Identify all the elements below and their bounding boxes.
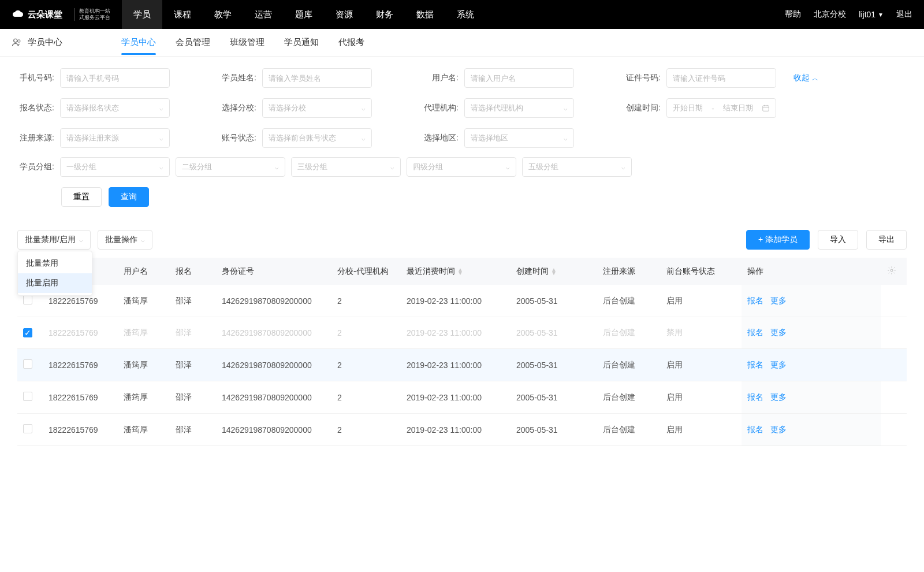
col-header: 分校-代理机构 bbox=[331, 258, 401, 285]
action-signup[interactable]: 报名 bbox=[747, 392, 763, 402]
table-row: 18222615769潘筠厚邵泽142629198708092000002201… bbox=[17, 414, 907, 446]
subtab-1[interactable]: 会员管理 bbox=[176, 30, 210, 55]
nav-item-0[interactable]: 学员 bbox=[122, 0, 162, 29]
cell-last: 2019-02-23 11:00:00 bbox=[401, 349, 511, 381]
nav-item-5[interactable]: 资源 bbox=[324, 0, 364, 29]
menu-batch-disable[interactable]: 批量禁用 bbox=[18, 254, 92, 273]
action-signup[interactable]: 报名 bbox=[747, 425, 763, 434]
phone-label: 手机号码: bbox=[17, 73, 54, 83]
group-select-4[interactable]: 四级分组⌵ bbox=[407, 157, 516, 177]
agent-select[interactable]: 请选择代理机构⌵ bbox=[464, 98, 574, 118]
sort-icon[interactable]: ▲▼ bbox=[457, 268, 463, 275]
agent-label: 代理机构: bbox=[422, 103, 459, 113]
username-label: 用户名: bbox=[422, 73, 459, 83]
branch-selector[interactable]: 北京分校 bbox=[814, 9, 846, 20]
logout-link[interactable]: 退出 bbox=[896, 9, 912, 20]
subtab-3[interactable]: 学员通知 bbox=[284, 30, 319, 55]
import-button[interactable]: 导入 bbox=[818, 230, 858, 250]
content: 手机号码: 学员姓名: 用户名: 证件号码: 收起︿ 报名状态: 请选择报名状态… bbox=[0, 57, 924, 458]
cell-created: 2005-05-31 bbox=[511, 285, 597, 317]
subtab-0[interactable]: 学员中心 bbox=[121, 30, 156, 55]
batch-ops-dropdown[interactable]: 批量操作⌵ bbox=[98, 230, 152, 250]
reg-source-select[interactable]: 请选择注册来源⌵ bbox=[60, 128, 170, 148]
name-input[interactable] bbox=[262, 68, 372, 88]
collapse-toggle[interactable]: 收起︿ bbox=[793, 73, 818, 83]
action-signup[interactable]: 报名 bbox=[747, 296, 763, 305]
nav-item-2[interactable]: 教学 bbox=[203, 0, 243, 29]
action-more[interactable]: 更多 bbox=[770, 425, 787, 434]
subtab-2[interactable]: 班级管理 bbox=[230, 30, 264, 55]
cell-status: 启用 bbox=[661, 349, 742, 381]
nav-item-4[interactable]: 题库 bbox=[284, 0, 324, 29]
row-checkbox[interactable] bbox=[23, 359, 32, 369]
add-student-button[interactable]: + 添加学员 bbox=[746, 230, 810, 250]
cell-branch: 2 bbox=[331, 381, 401, 414]
cell-src: 后台创建 bbox=[597, 381, 661, 414]
top-nav: 学员课程教学运营题库资源财务数据系统 bbox=[122, 0, 486, 29]
action-more[interactable]: 更多 bbox=[770, 328, 787, 337]
cell-src: 后台创建 bbox=[597, 317, 661, 349]
enroll-status-select[interactable]: 请选择报名状态⌵ bbox=[60, 98, 170, 118]
batch-toggle-dropdown[interactable]: 批量禁用/启用⌵ bbox=[17, 230, 91, 250]
help-link[interactable]: 帮助 bbox=[785, 9, 801, 20]
group-select-1[interactable]: 一级分组⌵ bbox=[60, 157, 170, 177]
cell-status: 启用 bbox=[661, 381, 742, 414]
search-button[interactable]: 查询 bbox=[109, 187, 149, 207]
action-more[interactable]: 更多 bbox=[770, 392, 787, 402]
top-right: 帮助 北京分校 lijt01▼ 退出 bbox=[785, 9, 912, 20]
col-header: 注册来源 bbox=[597, 258, 661, 285]
cell-user: 潘筠厚 bbox=[118, 414, 170, 446]
reset-button[interactable]: 重置 bbox=[61, 187, 102, 207]
cell-status: 启用 bbox=[661, 414, 742, 446]
region-select[interactable]: 请选择地区⌵ bbox=[464, 128, 574, 148]
group-select-2[interactable]: 二级分组⌵ bbox=[176, 157, 285, 177]
nav-item-1[interactable]: 课程 bbox=[162, 0, 203, 29]
menu-batch-enable[interactable]: 批量启用 bbox=[18, 273, 92, 293]
filter-row-3: 注册来源: 请选择注册来源⌵ 账号状态: 请选择前台账号状态⌵ 选择地区: 请选… bbox=[17, 128, 907, 148]
cell-enroll: 邵泽 bbox=[170, 349, 216, 381]
cell-id: 14262919870809200000 bbox=[216, 414, 331, 446]
batch-toggle-menu: 批量禁用 批量启用 bbox=[17, 251, 92, 296]
col-header: 用户名 bbox=[118, 258, 170, 285]
acct-status-select[interactable]: 请选择前台账号状态⌵ bbox=[262, 128, 372, 148]
reg-source-label: 注册来源: bbox=[17, 133, 54, 143]
row-checkbox[interactable] bbox=[23, 295, 32, 304]
row-checkbox[interactable]: ✓ bbox=[23, 328, 32, 337]
sort-icon[interactable]: ▲▼ bbox=[551, 268, 557, 275]
cell-branch: 2 bbox=[331, 414, 401, 446]
subtab-4[interactable]: 代报考 bbox=[338, 30, 364, 55]
action-signup[interactable]: 报名 bbox=[747, 328, 763, 337]
export-button[interactable]: 导出 bbox=[866, 230, 907, 250]
nav-item-3[interactable]: 运营 bbox=[243, 0, 284, 29]
col-header: 最近消费时间▲▼ bbox=[401, 258, 511, 285]
action-more[interactable]: 更多 bbox=[770, 360, 787, 369]
nav-item-8[interactable]: 系统 bbox=[445, 0, 486, 29]
username-input[interactable] bbox=[464, 68, 574, 88]
cell-enroll: 邵泽 bbox=[170, 381, 216, 414]
phone-input[interactable] bbox=[60, 68, 170, 88]
branch-select[interactable]: 请选择分校⌵ bbox=[262, 98, 372, 118]
cell-last: 2019-02-23 11:00:00 bbox=[401, 381, 511, 414]
user-icon bbox=[12, 38, 22, 48]
cell-enroll: 邵泽 bbox=[170, 285, 216, 317]
filter-buttons: 重置 查询 bbox=[17, 187, 907, 207]
nav-item-6[interactable]: 财务 bbox=[364, 0, 405, 29]
cell-phone: 18222615769 bbox=[43, 381, 118, 414]
filter-row-1: 手机号码: 学员姓名: 用户名: 证件号码: 收起︿ bbox=[17, 68, 907, 88]
group-select-3[interactable]: 三级分组⌵ bbox=[291, 157, 401, 177]
row-checkbox[interactable] bbox=[23, 424, 32, 433]
table-row: 18222615769潘筠厚邵泽142629198708092000002201… bbox=[17, 349, 907, 381]
user-menu[interactable]: lijt01▼ bbox=[859, 10, 884, 19]
row-checkbox[interactable] bbox=[23, 392, 32, 401]
cell-branch: 2 bbox=[331, 349, 401, 381]
cell-user: 潘筠厚 bbox=[118, 381, 170, 414]
group-select-5[interactable]: 五级分组⌵ bbox=[522, 157, 632, 177]
acct-status-label: 账号状态: bbox=[219, 133, 256, 143]
action-signup[interactable]: 报名 bbox=[747, 360, 763, 369]
table-row: ✓18222615769潘筠厚邵泽14262919870809200000220… bbox=[17, 317, 907, 349]
create-time-range[interactable]: 开始日期-结束日期 bbox=[666, 98, 776, 118]
nav-item-7[interactable]: 数据 bbox=[405, 0, 445, 29]
gear-icon[interactable] bbox=[887, 266, 896, 275]
idno-input[interactable] bbox=[666, 68, 776, 88]
action-more[interactable]: 更多 bbox=[770, 296, 787, 305]
